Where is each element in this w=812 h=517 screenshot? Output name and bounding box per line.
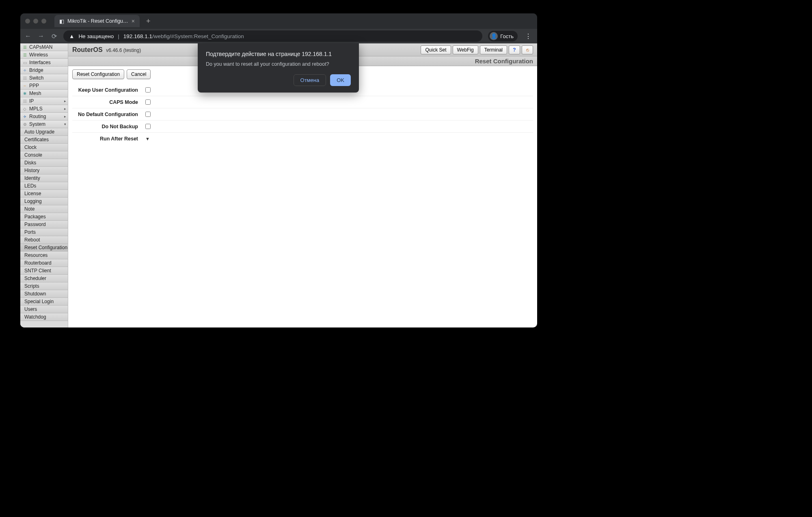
sidebar-item-label: Certificates <box>24 137 49 142</box>
sidebar-item-label: Wireless <box>29 52 48 58</box>
cancel-button[interactable]: Cancel <box>127 69 151 79</box>
sidebar-item-mesh[interactable]: ✱Mesh <box>20 90 68 97</box>
sidebar-sub-identity[interactable]: Identity <box>20 174 68 182</box>
sidebar-sub-history[interactable]: History <box>20 167 68 174</box>
dialog-title: Подтвердите действие на странице 192.168… <box>206 51 351 57</box>
url-host: 192.168.1.1 <box>123 33 152 39</box>
maximize-window[interactable] <box>41 19 46 24</box>
field-label: CAPS Mode <box>72 99 145 105</box>
reset-configuration-button[interactable]: Reset Configuration <box>72 69 124 79</box>
dialog-ok-button[interactable]: OK <box>330 74 351 86</box>
new-tab-button[interactable]: + <box>143 17 154 26</box>
close-window[interactable] <box>25 19 30 24</box>
sidebar-item-label: Identity <box>24 175 40 181</box>
sidebar-sub-reset-configuration[interactable]: Reset Configuration <box>20 244 68 252</box>
button-label: Quick Set <box>425 47 446 53</box>
sidebar-sub-logging[interactable]: Logging <box>20 198 68 205</box>
sidebar-item-label: Routing <box>29 114 46 119</box>
sidebar-sub-special-login[interactable]: Special Login <box>20 298 68 306</box>
window-controls[interactable] <box>25 19 46 24</box>
profile-button[interactable]: 👤 Гость <box>488 31 518 41</box>
sidebar-sub-scheduler[interactable]: Scheduler <box>20 275 68 282</box>
sidebar-item-label: Ports <box>24 229 36 235</box>
sidebar-item-label: LEDs <box>24 183 36 189</box>
webfig-button[interactable]: WebFig <box>453 45 478 54</box>
sidebar-item-switch[interactable]: ☷Switch <box>20 74 68 82</box>
nav-forward-button[interactable]: → <box>37 32 45 40</box>
sidebar-item-ppp[interactable]: ⎓PPP <box>20 82 68 90</box>
sidebar-item-label: Packages <box>24 214 46 220</box>
sidebar-item-label: SNTP Client <box>24 268 51 274</box>
tab-title: MikroTik - Reset Configuration <box>67 18 128 24</box>
row-caps-mode: CAPS Mode <box>72 96 533 108</box>
mesh-icon: ✱ <box>22 90 28 96</box>
terminal-button[interactable]: Terminal <box>480 45 507 54</box>
minimize-window[interactable] <box>33 19 38 24</box>
sidebar-item-ip[interactable]: ☷IP▸ <box>20 97 68 105</box>
keep-user-checkbox[interactable] <box>145 87 151 93</box>
sidebar-sub-auto-upgrade[interactable]: Auto Upgrade <box>20 128 68 136</box>
nav-back-button[interactable]: ← <box>24 32 32 40</box>
field-label: Keep User Configuration <box>72 87 145 93</box>
sidebar-sub-resources[interactable]: Resources <box>20 252 68 259</box>
sidebar-item-label: Password <box>24 222 46 227</box>
browser-menu-button[interactable]: ⋮ <box>523 32 533 40</box>
brand-name: RouterOS <box>72 46 103 53</box>
sidebar-item-label: Disks <box>24 160 36 166</box>
sidebar-item-system[interactable]: ⚙System▾ <box>20 121 68 128</box>
url-path: /webfig/#System:Reset_Configuration <box>152 33 244 39</box>
sidebar-sub-ports[interactable]: Ports <box>20 228 68 236</box>
sidebar-sub-disks[interactable]: Disks <box>20 159 68 167</box>
sidebar-item-label: MPLS <box>29 106 43 112</box>
quickset-button[interactable]: Quick Set <box>421 45 451 54</box>
sidebar-item-interfaces[interactable]: ▭Interfaces <box>20 59 68 67</box>
caps-mode-checkbox[interactable] <box>145 99 151 105</box>
browser-tab[interactable]: ◧ MikroTik - Reset Configuration × <box>54 15 140 27</box>
sidebar-sub-sntp-client[interactable]: SNTP Client <box>20 267 68 275</box>
sidebar-item-routing[interactable]: ✈Routing▸ <box>20 113 68 121</box>
sidebar-sub-packages[interactable]: Packages <box>20 213 68 221</box>
do-not-backup-checkbox[interactable] <box>145 124 151 129</box>
sidebar-item-capsman[interactable]: ☰CAPsMAN <box>20 43 68 51</box>
sidebar-sub-users[interactable]: Users <box>20 306 68 313</box>
sidebar-sub-note[interactable]: Note <box>20 205 68 213</box>
sidebar-item-label: Routerboard <box>24 260 52 266</box>
row-do-not-backup: Do Not Backup <box>72 121 533 133</box>
help-button[interactable]: ? <box>509 45 520 54</box>
tab-close-icon[interactable]: × <box>132 18 135 24</box>
page-title: Reset Configuration <box>475 58 533 65</box>
sidebar-sub-scripts[interactable]: Scripts <box>20 282 68 290</box>
logout-button[interactable]: ⎋ <box>522 45 533 54</box>
sidebar-item-wireless[interactable]: ☰Wireless <box>20 51 68 59</box>
help-icon: ? <box>513 47 516 53</box>
chevron-down-icon: ▾ <box>64 122 66 126</box>
antenna-icon: ☰ <box>22 44 28 50</box>
sidebar-sub-leds[interactable]: LEDs <box>20 182 68 190</box>
sidebar-item-mpls[interactable]: ◇MPLS▸ <box>20 105 68 113</box>
row-run-after-reset: Run After Reset ▼ <box>72 133 533 145</box>
sidebar-sub-routerboard[interactable]: Routerboard <box>20 259 68 267</box>
no-default-checkbox[interactable] <box>145 112 151 117</box>
sidebar-sub-reboot[interactable]: Reboot <box>20 236 68 244</box>
sidebar-sub-license[interactable]: License <box>20 190 68 198</box>
confirm-dialog: Подтвердите действие на странице 192.168… <box>198 43 359 93</box>
sidebar-sub-console[interactable]: Console <box>20 151 68 159</box>
sidebar-item-bridge[interactable]: ✧Bridge <box>20 67 68 74</box>
sidebar-item-label: History <box>24 168 39 173</box>
interfaces-icon: ▭ <box>22 60 28 65</box>
sidebar-sub-watchdog[interactable]: Watchdog <box>20 313 68 321</box>
nav-reload-button[interactable]: ⟳ <box>50 32 58 40</box>
sidebar-item-label: Special Login <box>24 299 54 304</box>
sidebar-sub-password[interactable]: Password <box>20 221 68 228</box>
sidebar-item-label: Mesh <box>29 90 41 96</box>
header-buttons: Quick Set WebFig Terminal ? ⎋ <box>421 45 533 54</box>
chevron-right-icon: ▸ <box>64 99 66 103</box>
run-after-reset-dropdown[interactable]: ▼ <box>145 136 150 141</box>
chevron-right-icon: ▸ <box>64 114 66 118</box>
sidebar-item-label: Users <box>24 306 37 312</box>
sidebar-sub-clock[interactable]: Clock <box>20 144 68 151</box>
sidebar-sub-shutdown[interactable]: Shutdown <box>20 290 68 298</box>
sidebar-sub-certificates[interactable]: Certificates <box>20 136 68 144</box>
dialog-cancel-button[interactable]: Отмена <box>294 74 326 86</box>
address-bar[interactable]: ▲ Не защищено | 192.168.1.1/webfig/#Syst… <box>63 30 482 42</box>
